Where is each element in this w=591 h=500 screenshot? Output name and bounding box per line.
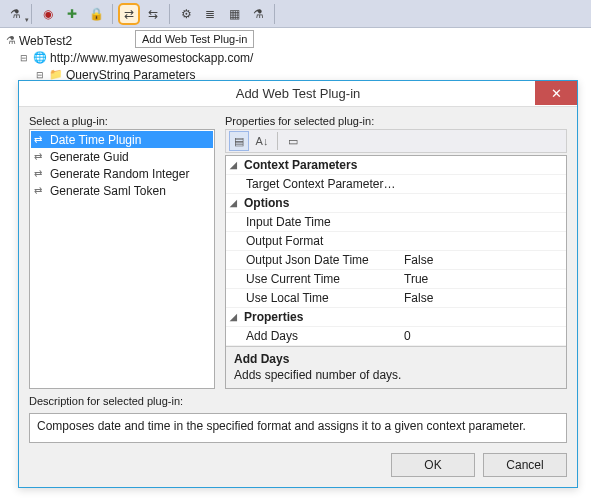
tree-root[interactable]: ⚗ WebTest2 — [6, 32, 585, 49]
property-name: Output Json Date Time — [226, 253, 398, 267]
toolbar: ⚗▾ ◉ ✚ 🔒 ⇄ ⇆ ⚙ ≣ ▦ ⚗ — [0, 0, 591, 28]
property-pages-button[interactable]: ▭ — [283, 131, 303, 151]
property-value[interactable]: True — [398, 272, 566, 286]
dialog-buttons: OK Cancel — [29, 449, 567, 477]
property-name: Add Days — [226, 329, 398, 343]
category-row[interactable]: ◢ Properties — [226, 308, 566, 327]
property-name: Target Context Parameter Nam — [226, 177, 398, 191]
toolbar-btn-b[interactable]: ≣ — [199, 3, 221, 25]
property-row[interactable]: Output Format — [226, 232, 566, 251]
property-grid-scroll[interactable]: ◢ Context Parameters Target Context Para… — [226, 156, 566, 346]
plugin-item-date-time[interactable]: ⇄ Date Time Plugin — [31, 131, 213, 148]
property-row[interactable]: Use Current Time True — [226, 270, 566, 289]
add-plugin-dialog: Add Web Test Plug-in ✕ Select a plug-in:… — [18, 80, 578, 488]
category-row[interactable]: ◢ Options — [226, 194, 566, 213]
property-toolbar: ▤ A↓ ▭ — [225, 129, 567, 153]
tooltip: Add Web Test Plug-in — [135, 30, 254, 48]
plugin-item-random-int[interactable]: ⇄ Generate Random Integer — [31, 165, 213, 182]
property-name: Use Current Time — [226, 272, 398, 286]
tree-url-label: http://www.myawesomestockapp.com/ — [50, 51, 253, 65]
separator — [31, 4, 32, 24]
toolbar-btn-a[interactable]: ⚙ — [175, 3, 197, 25]
alphabetical-button[interactable]: A↓ — [252, 131, 272, 151]
collapse-icon[interactable]: ◢ — [226, 312, 240, 322]
properties-label: Properties for selected plug-in: — [225, 115, 567, 127]
close-icon: ✕ — [551, 86, 562, 101]
property-help-pane: Add Days Adds specified number of days. — [226, 346, 566, 388]
toolbar-btn-d[interactable]: ⚗ — [247, 3, 269, 25]
property-row[interactable]: Output Json Date Time False — [226, 251, 566, 270]
property-row[interactable]: Use Local Time False — [226, 289, 566, 308]
category-row[interactable]: ◢ Context Parameters — [226, 156, 566, 175]
select-plugin-label: Select a plug-in: — [29, 115, 215, 127]
description-label: Description for selected plug-in: — [29, 395, 567, 407]
property-value[interactable]: False — [398, 291, 566, 305]
collapse-icon[interactable]: ◢ — [226, 160, 240, 170]
separator — [169, 4, 170, 24]
toolbar-flask-dropdown[interactable]: ⚗▾ — [4, 3, 26, 25]
tree-url-row[interactable]: ⊟ 🌐 http://www.myawesomestockapp.com/ — [6, 49, 585, 66]
plugin-label: Generate Random Integer — [50, 167, 189, 181]
plugin-item-saml-token[interactable]: ⇄ Generate Saml Token — [31, 182, 213, 199]
property-name: Use Local Time — [226, 291, 398, 305]
property-grid: ◢ Context Parameters Target Context Para… — [225, 155, 567, 389]
toolbar-btn-c[interactable]: ▦ — [223, 3, 245, 25]
property-value[interactable]: 0 — [398, 329, 566, 343]
plugin-label: Date Time Plugin — [50, 133, 141, 147]
cancel-button[interactable]: Cancel — [483, 453, 567, 477]
add-web-test-plugin-button[interactable]: ⇄ — [118, 3, 140, 25]
category-label: Options — [240, 196, 412, 210]
add-item-button[interactable]: ✚ — [61, 3, 83, 25]
flask-icon: ⚗ — [6, 34, 16, 47]
property-row[interactable]: Input Date Time — [226, 213, 566, 232]
plugin-icon: ⇄ — [34, 134, 46, 145]
category-label: Properties — [240, 310, 412, 324]
plugin-listbox[interactable]: ⇄ Date Time Plugin ⇄ Generate Guid ⇄ Gen… — [29, 129, 215, 389]
globe-icon: 🌐 — [33, 51, 47, 64]
plugin-label: Generate Saml Token — [50, 184, 166, 198]
lock-button[interactable]: 🔒 — [85, 3, 107, 25]
property-row[interactable]: Add Days 0 — [226, 327, 566, 346]
tree-root-label: WebTest2 — [19, 34, 72, 48]
help-text: Adds specified number of days. — [234, 368, 558, 382]
collapse-icon[interactable]: ◢ — [226, 198, 240, 208]
property-value[interactable]: False — [398, 253, 566, 267]
plugin-label: Generate Guid — [50, 150, 129, 164]
property-name: Output Format — [226, 234, 398, 248]
test-tree: ⚗ WebTest2 ⊟ 🌐 http://www.myawesomestock… — [0, 28, 591, 83]
separator — [274, 4, 275, 24]
categorized-button[interactable]: ▤ — [229, 131, 249, 151]
expander-icon[interactable]: ⊟ — [20, 53, 30, 63]
description-box: Composes date and time in the specified … — [29, 413, 567, 443]
property-name: Input Date Time — [226, 215, 398, 229]
property-row[interactable]: Target Context Parameter Nam — [226, 175, 566, 194]
help-title: Add Days — [234, 352, 558, 366]
description-text: Composes date and time in the specified … — [37, 419, 526, 433]
expander-icon[interactable]: ⊟ — [36, 70, 46, 80]
dialog-title: Add Web Test Plug-in — [236, 86, 361, 101]
plugin-icon: ⇄ — [34, 151, 46, 162]
add-request-plugin-button[interactable]: ⇆ — [142, 3, 164, 25]
plugin-icon: ⇄ — [34, 168, 46, 179]
ok-button[interactable]: OK — [391, 453, 475, 477]
separator — [277, 132, 278, 150]
plugin-item-guid[interactable]: ⇄ Generate Guid — [31, 148, 213, 165]
close-button[interactable]: ✕ — [535, 81, 577, 105]
separator — [112, 4, 113, 24]
dialog-titlebar: Add Web Test Plug-in ✕ — [19, 81, 577, 107]
category-label: Context Parameters — [240, 158, 412, 172]
record-button[interactable]: ◉ — [37, 3, 59, 25]
plugin-icon: ⇄ — [34, 185, 46, 196]
